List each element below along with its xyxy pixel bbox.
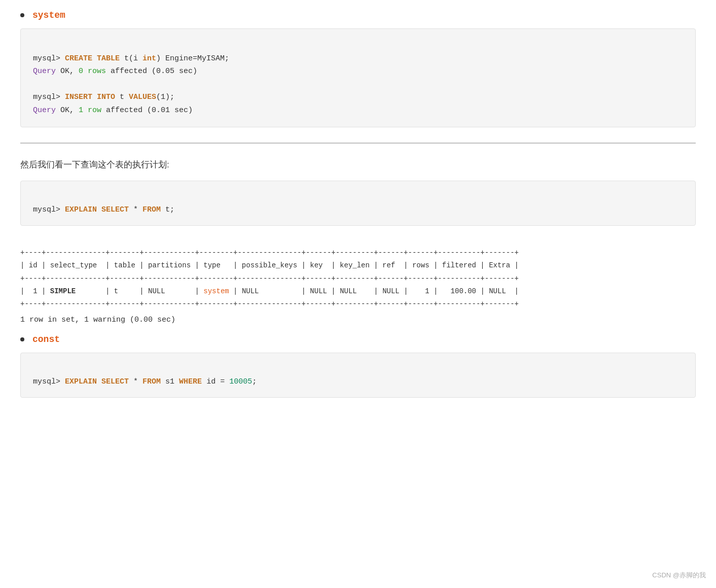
prompt-1: mysql> — [33, 54, 65, 63]
prompt-2: mysql> — [33, 93, 65, 101]
bullet-keyword-const: const — [32, 334, 60, 344]
explain-block-const: mysql> EXPLAIN SELECT * FROM s1 WHERE id… — [20, 353, 696, 398]
table-header: | id | select_type | table | partitions … — [20, 261, 519, 269]
explain-command-block: mysql> EXPLAIN SELECT * FROM t; — [20, 181, 696, 226]
normal-13: id = — [202, 377, 229, 386]
row-1: 1 row — [79, 106, 101, 115]
num-id: 10005 — [229, 377, 252, 386]
normal-11: * — [129, 377, 142, 386]
kw-values: VALUES — [129, 93, 156, 101]
kw-query-2: Query — [33, 106, 56, 115]
normal-ok-2: OK, — [56, 106, 79, 115]
normal-3: ) Engine=MyISAM; — [156, 54, 229, 63]
bullet-keyword-system: system — [32, 10, 65, 20]
normal-12: s1 — [161, 377, 179, 386]
border-bot: +----+--------------+-------+-----------… — [20, 300, 519, 308]
prompt-explain-2: mysql> — [33, 377, 65, 386]
normal-6: (1); — [156, 93, 174, 101]
bullet-title-system: system — [20, 10, 696, 20]
rows-0: 0 rows — [79, 67, 106, 76]
kw-table: TABLE — [97, 54, 120, 63]
kw-explain-2: EXPLAIN — [65, 377, 97, 386]
bullet-section-const: const mysql> EXPLAIN SELECT * FROM s1 WH… — [20, 334, 696, 398]
normal-ok-1: OK, — [56, 67, 79, 76]
kw-select: SELECT — [101, 205, 129, 214]
table-data-rest1: | t | NULL | — [101, 287, 204, 295]
result-row-count: 1 row in set, 1 warning (0.00 sec) — [20, 316, 696, 324]
normal-7 — [97, 205, 101, 214]
table-data-system: system — [203, 287, 229, 295]
kw-from: FROM — [142, 205, 161, 214]
kw-query-1: Query — [33, 67, 56, 76]
normal-10 — [97, 377, 101, 386]
border-mid: +----+--------------+-------+-----------… — [20, 274, 519, 283]
kw-insert: INSERT — [65, 93, 92, 101]
table-data-id: | 1 | — [20, 287, 50, 295]
normal-14: ; — [252, 377, 257, 386]
code-block-create: mysql> CREATE TABLE t(i int) Engine=MyIS… — [20, 28, 696, 127]
table-data-simple: SIMPLE — [50, 287, 101, 295]
normal-1 — [92, 54, 97, 63]
normal-4 — [92, 93, 97, 101]
bullet-title-const: const — [20, 334, 696, 344]
kw-explain: EXPLAIN — [65, 205, 97, 214]
bullet-dot — [20, 13, 24, 17]
normal-5: t — [115, 93, 129, 101]
normal-8: * — [129, 205, 142, 214]
kw-where: WHERE — [179, 377, 202, 386]
explain-table-output: +----+--------------+-------+-----------… — [20, 234, 696, 310]
normal-aff-2: affected (0.01 sec) — [101, 106, 193, 115]
kw-int: int — [142, 54, 156, 63]
border-top: +----+--------------+-------+-----------… — [20, 249, 519, 257]
kw-into: INTO — [97, 93, 115, 101]
kw-from-2: FROM — [142, 377, 161, 386]
bullet-section-system: system mysql> CREATE TABLE t(i int) Engi… — [20, 10, 696, 127]
kw-select-2: SELECT — [101, 377, 129, 386]
normal-2: t(i — [120, 54, 142, 63]
table-data-rest2: | NULL | NULL | NULL | NULL | 1 | 100.00… — [229, 287, 519, 295]
prompt-explain: mysql> — [33, 205, 65, 214]
section-divider — [20, 143, 696, 144]
normal-9: t; — [161, 205, 174, 214]
normal-aff-1: affected (0.05 sec) — [106, 67, 197, 76]
kw-create: CREATE — [65, 54, 92, 63]
section-middle-text: 然后我们看一下查询这个表的执行计划: — [20, 159, 696, 170]
bullet-dot-const — [20, 337, 24, 341]
